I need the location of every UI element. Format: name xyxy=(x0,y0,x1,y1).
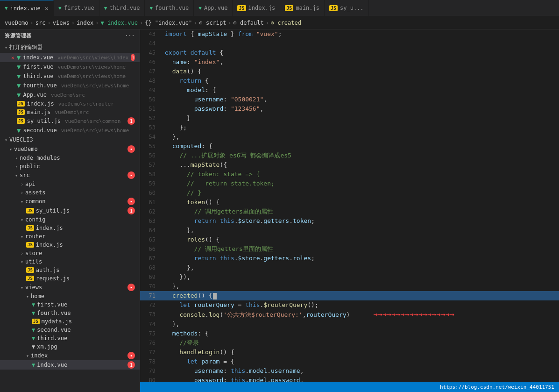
vue-icon: ▼ xyxy=(17,82,21,89)
file-first-vue[interactable]: ▼ first.vue xyxy=(0,300,140,309)
folder-assets[interactable]: › assets xyxy=(0,188,140,197)
close-tab-button[interactable]: × xyxy=(45,5,49,12)
open-editors-section[interactable]: ▾ 打开的编辑器 xyxy=(0,42,140,53)
code-line: 55 computed: { xyxy=(140,142,559,151)
section-label-text: 打开的编辑器 xyxy=(9,43,43,51)
folder-api[interactable]: › api xyxy=(0,180,140,188)
tab-app-vue[interactable]: ▼ App.vue xyxy=(194,0,233,16)
file-name: mydata.js xyxy=(42,318,72,325)
line-content: let param = { xyxy=(161,357,559,366)
code-line: 47 data() { xyxy=(140,67,559,76)
code-editor[interactable]: 43 import { mapState } from "vuex"; 44 4… xyxy=(140,29,559,382)
vue-icon: ▼ xyxy=(32,310,35,316)
tab-sy-util-js[interactable]: JS sy_u... xyxy=(325,0,369,16)
file-auth-js[interactable]: JS auth.js xyxy=(0,266,140,274)
file-mydata-js[interactable]: JS mydata.js xyxy=(0,317,140,326)
folder-node-modules[interactable]: › node_modules xyxy=(0,154,140,162)
tab-label: index.vue xyxy=(10,5,41,12)
open-file-first-vue[interactable]: ▼ first.vue vueDemo\src\views\home xyxy=(0,62,140,71)
folder-index[interactable]: ▾ index • xyxy=(0,351,140,360)
error-badge: • xyxy=(127,171,135,179)
file-path: vueDemo\src\views\index xyxy=(57,55,128,61)
folder-views[interactable]: ▾ views • xyxy=(0,283,140,292)
line-content: // 调用getters里面的属性 xyxy=(161,244,559,254)
folder-common[interactable]: ▾ common • xyxy=(0,197,140,206)
folder-store[interactable]: › store xyxy=(0,249,140,257)
folder-arrow: ▾ xyxy=(15,173,18,178)
code-line: 70 }, xyxy=(140,282,559,291)
file-sy-util-js[interactable]: JS sy_util.js 1 xyxy=(0,206,140,215)
line-number: 56 xyxy=(140,151,161,160)
tab-fourth-vue[interactable]: ▼ fourth.vue xyxy=(145,0,194,16)
file-name: third.vue xyxy=(37,335,67,342)
folder-public[interactable]: › public xyxy=(0,162,140,171)
file-name: auth.js xyxy=(36,267,60,273)
file-request-js[interactable]: JS request.js xyxy=(0,274,140,283)
status-url: https://blog.csdn.net/weixin_44011751 xyxy=(440,384,554,390)
open-file-main-js[interactable]: JS main.js vueDemo\src xyxy=(0,108,140,116)
file-second-vue[interactable]: ▼ second.vue xyxy=(0,326,140,334)
line-number: 45 xyxy=(140,48,161,57)
js-icon: JS xyxy=(17,101,25,107)
open-file-second-vue[interactable]: ▼ second.vue vueDemo\src\views\home xyxy=(0,126,140,135)
tab-label: third.vue xyxy=(109,5,140,11)
file-index-js-config[interactable]: JS index.js xyxy=(0,224,140,232)
line-number: 60 xyxy=(140,188,161,198)
code-line: 78 let param = { xyxy=(140,357,559,366)
file-xm-jpg[interactable]: ▼ xm.jpg xyxy=(0,342,140,351)
folder-name: api xyxy=(25,181,35,187)
code-line: 62 // 调用getters里面的属性 xyxy=(140,207,559,216)
file-index-vue-active[interactable]: ▼ index.vue 1 xyxy=(0,360,140,370)
folder-src[interactable]: ▾ src • xyxy=(0,171,140,180)
open-file-sy-util-js[interactable]: JS sy_util.js vueDemo\src\common 1 xyxy=(0,116,140,126)
file-third-vue[interactable]: ▼ third.vue xyxy=(0,334,140,342)
tabs-bar: ▼ index.vue × ▼ first.vue ▼ third.vue ▼ … xyxy=(0,0,559,16)
code-line: 49 model: { xyxy=(140,86,559,95)
code-line-highlight: 71 created() { xyxy=(140,291,559,300)
folder-name: assets xyxy=(25,189,45,196)
folder-arrow: ▾ xyxy=(21,234,23,239)
folder-home[interactable]: ▾ home xyxy=(0,292,140,300)
js-icon: JS xyxy=(237,5,246,11)
file-icon: ▼ xyxy=(32,343,35,350)
file-fourth-vue[interactable]: ▼ fourth.vue xyxy=(0,309,140,317)
js-icon: JS xyxy=(26,208,34,214)
file-name: third.vue xyxy=(23,73,53,79)
sidebar-menu-button[interactable]: ··· xyxy=(125,33,135,39)
line-content: token() { xyxy=(161,198,559,207)
folder-utils[interactable]: ▾ utils xyxy=(0,257,140,266)
js-icon: JS xyxy=(26,276,34,281)
project-section[interactable]: ▾ VUECLI3 xyxy=(0,135,140,144)
tab-index-vue[interactable]: ▼ index.vue × xyxy=(0,0,54,16)
file-index-js-router[interactable]: JS index.js xyxy=(0,241,140,249)
file-path: vueDemo\src\views\home xyxy=(61,83,129,89)
section-arrow: ▾ xyxy=(5,137,7,143)
tab-first-vue[interactable]: ▼ first.vue xyxy=(54,0,99,16)
file-name: fourth.vue xyxy=(23,82,57,89)
line-content: password: this.model.password, xyxy=(161,376,559,382)
line-number: 77 xyxy=(140,348,161,357)
line-content: }, xyxy=(161,132,559,142)
folder-config[interactable]: ▾ config xyxy=(0,215,140,224)
js-icon: JS xyxy=(329,5,338,11)
open-file-fourth-vue[interactable]: ▼ fourth.vue vueDemo\src\views\home xyxy=(0,81,140,90)
tab-main-js[interactable]: JS main.js xyxy=(280,0,325,16)
error-badge: 1 xyxy=(127,361,135,369)
folder-arrow: › xyxy=(15,156,18,161)
tab-index-js[interactable]: JS index.js xyxy=(233,0,280,16)
tab-third-vue[interactable]: ▼ third.vue xyxy=(99,0,145,16)
open-file-third-vue[interactable]: ▼ third.vue vueDemo\src\views\home xyxy=(0,71,140,81)
folder-arrow: ▾ xyxy=(9,147,12,152)
open-file-index-js[interactable]: JS index.js vueDemo\src\router xyxy=(0,100,140,108)
file-name: sy_util.js xyxy=(36,207,70,214)
line-content: console.log('公共方法$routerQuery:',routerQu… xyxy=(161,310,559,320)
open-file-index-vue[interactable]: ✕ ▼ index.vue vueDemo\src\views\index 1 xyxy=(0,53,140,62)
code-line: 77 handleLogin() { xyxy=(140,348,559,357)
status-bar: https://blog.csdn.net/weixin_44011751 xyxy=(140,382,559,392)
close-icon[interactable]: ✕ xyxy=(11,55,14,61)
open-file-app-vue[interactable]: ▼ App.vue vueDemo\src xyxy=(0,90,140,100)
line-content: let routerQuery = this.$routerQuery(); xyxy=(161,300,559,310)
folder-router[interactable]: ▾ router xyxy=(0,232,140,241)
vue-icon: ▼ xyxy=(32,327,35,333)
folder-vueDemo[interactable]: ▾ vueDemo • xyxy=(0,144,140,154)
